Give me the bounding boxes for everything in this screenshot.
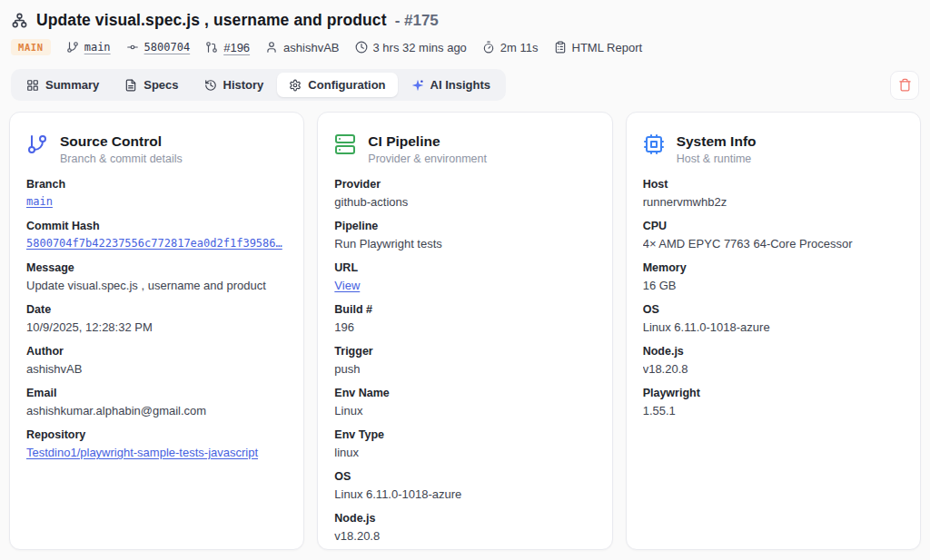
field-message: MessageUpdate visual.spec.js , username … bbox=[26, 260, 287, 293]
field-label: Node.js bbox=[643, 344, 904, 359]
field-label: Build # bbox=[334, 302, 595, 317]
field-label: Host bbox=[643, 177, 904, 192]
history-icon bbox=[204, 79, 217, 92]
field-value: 4× AMD EPYC 7763 64-Core Processor bbox=[643, 236, 904, 251]
field-value: 10/9/2025, 12:28:32 PM bbox=[26, 319, 287, 335]
field-env-type: Env Typelinux bbox=[334, 427, 595, 460]
trash-icon bbox=[898, 78, 912, 92]
commit-link[interactable]: 5800704 bbox=[126, 41, 191, 54]
field-os: OSLinux 6.11.0-1018-azure bbox=[334, 469, 595, 502]
field-value: Update visual.spec.js , username and pro… bbox=[26, 278, 287, 293]
field-label: Author bbox=[26, 344, 287, 359]
field-node-js: Node.jsv18.20.8 bbox=[643, 344, 904, 377]
gear-icon bbox=[289, 79, 302, 92]
card-subtitle: Branch & commit details bbox=[60, 152, 183, 165]
field-author: AuthorashishvAB bbox=[26, 344, 287, 377]
clock-icon bbox=[355, 41, 368, 54]
system-info-card: System Info Host & runtime Hostrunnervmw… bbox=[626, 112, 921, 550]
tab-ai-insights[interactable]: AI Insights bbox=[400, 73, 502, 97]
field-memory: Memory16 GB bbox=[643, 260, 904, 293]
config-cards: Source Control Branch & commit details B… bbox=[9, 112, 921, 550]
field-value-link[interactable]: View bbox=[334, 278, 595, 293]
field-repository: RepositoryTestdino1/playwright-sample-te… bbox=[26, 427, 287, 460]
field-value: Linux bbox=[334, 403, 595, 418]
author-meta: ashishvAB bbox=[265, 41, 339, 54]
cpu-icon bbox=[643, 133, 665, 155]
field-label: Commit Hash bbox=[26, 219, 287, 233]
field-date: Date10/9/2025, 12:28:32 PM bbox=[26, 302, 287, 335]
field-label: Node.js bbox=[334, 511, 595, 526]
field-value: github-actions bbox=[334, 194, 595, 210]
timer-icon bbox=[482, 41, 495, 54]
field-playwright: Playwright1.55.1 bbox=[643, 386, 904, 418]
card-subtitle: Host & runtime bbox=[677, 152, 757, 165]
git-branch-icon bbox=[26, 133, 48, 155]
field-commit-hash: Commit Hash5800704f7b42237556c772817ea0d… bbox=[26, 219, 287, 251]
git-pull-request-icon bbox=[205, 41, 218, 54]
field-node-js: Node.jsv18.20.8 bbox=[334, 511, 595, 544]
card-title: Source Control bbox=[60, 133, 183, 150]
clipboard-icon bbox=[554, 41, 567, 54]
field-pipeline: PipelineRun Playwright tests bbox=[334, 219, 595, 251]
field-label: Branch bbox=[26, 177, 287, 192]
user-icon bbox=[265, 41, 278, 54]
field-value-link[interactable]: Testdino1/playwright-sample-tests-javasc… bbox=[26, 445, 287, 460]
field-value-link[interactable]: 5800704f7b42237556c772817ea0d2f1f39586… bbox=[26, 236, 287, 251]
run-header: Update visual.spec.js , username and pro… bbox=[0, 0, 930, 55]
grid-icon bbox=[26, 79, 39, 92]
field-provider: Providergithub-actions bbox=[334, 177, 595, 210]
tab-specs[interactable]: Specs bbox=[113, 73, 190, 97]
field-label: Trigger bbox=[334, 344, 595, 359]
field-value: ashishvAB bbox=[26, 361, 287, 377]
card-title: CI Pipeline bbox=[368, 133, 487, 150]
field-label: Date bbox=[26, 302, 287, 317]
duration-meta: 2m 11s bbox=[482, 41, 539, 54]
field-value: 1.55.1 bbox=[643, 403, 904, 418]
time-ago-meta: 3 hrs 32 mins ago bbox=[355, 41, 467, 54]
branch-link[interactable]: main bbox=[66, 41, 111, 54]
field-label: Pipeline bbox=[334, 219, 595, 233]
tab-history[interactable]: History bbox=[193, 73, 276, 97]
field-value: ashishkumar.alphabin@gmail.com bbox=[26, 403, 287, 418]
git-fork-icon bbox=[11, 12, 28, 29]
toolbar: Summary Specs History Configuration AI I… bbox=[11, 69, 919, 101]
field-value: v18.20.8 bbox=[334, 528, 595, 544]
field-value: 196 bbox=[334, 319, 595, 335]
tab-configuration[interactable]: Configuration bbox=[277, 73, 397, 97]
field-label: Provider bbox=[334, 177, 595, 192]
file-text-icon bbox=[124, 79, 137, 92]
card-subtitle: Provider & environment bbox=[368, 152, 487, 165]
field-value: linux bbox=[334, 445, 595, 460]
field-value: runnervmwhb2z bbox=[643, 194, 904, 210]
page-title: Update visual.spec.js , username and pro… bbox=[36, 11, 387, 30]
field-value: push bbox=[334, 361, 595, 377]
html-report-link[interactable]: HTML Report bbox=[554, 41, 643, 54]
delete-run-button[interactable] bbox=[890, 71, 919, 100]
field-os: OSLinux 6.11.0-1018-azure bbox=[643, 302, 904, 335]
field-trigger: Triggerpush bbox=[334, 344, 595, 377]
field-label: Env Type bbox=[334, 427, 595, 442]
branch-badge: MAIN bbox=[11, 39, 51, 55]
tab-bar: Summary Specs History Configuration AI I… bbox=[11, 69, 506, 101]
field-label: OS bbox=[334, 469, 595, 484]
field-value: 16 GB bbox=[643, 278, 904, 293]
field-build: Build #196 bbox=[334, 302, 595, 335]
field-value-link[interactable]: main bbox=[26, 194, 287, 210]
field-value: Linux 6.11.0-1018-azure bbox=[334, 486, 595, 502]
field-label: Message bbox=[26, 260, 287, 275]
field-label: Email bbox=[26, 386, 287, 400]
sparkles-icon bbox=[411, 79, 424, 92]
field-cpu: CPU4× AMD EPYC 7763 64-Core Processor bbox=[643, 219, 904, 251]
tab-summary[interactable]: Summary bbox=[15, 73, 111, 97]
pull-request-link[interactable]: #196 bbox=[205, 41, 250, 54]
field-value: Linux 6.11.0-1018-azure bbox=[643, 319, 904, 335]
field-env-name: Env NameLinux bbox=[334, 386, 595, 418]
field-value: Run Playwright tests bbox=[334, 236, 595, 251]
field-url: URLView bbox=[334, 260, 595, 293]
field-label: OS bbox=[643, 302, 904, 317]
git-branch-icon bbox=[66, 41, 79, 54]
ci-pipeline-card: CI Pipeline Provider & environment Provi… bbox=[317, 112, 612, 550]
run-number: - #175 bbox=[395, 12, 439, 30]
field-label: Playwright bbox=[643, 386, 904, 400]
field-label: CPU bbox=[643, 219, 904, 233]
